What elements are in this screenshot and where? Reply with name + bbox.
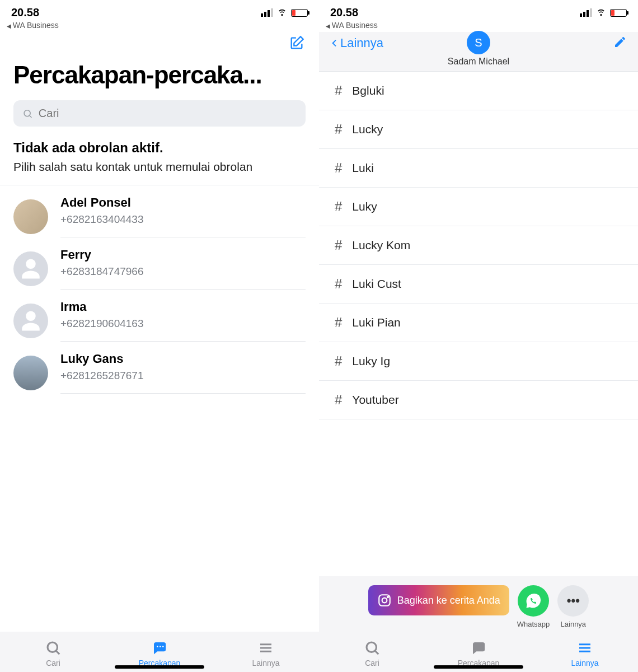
tag-row[interactable]: #Luki: [319, 149, 638, 188]
share-whatsapp-label: Whatsapp: [517, 620, 550, 628]
avatar: [13, 304, 48, 338]
bottom-nav: Cari Percakapan Lainnya: [319, 632, 638, 672]
nav-label: Cari: [365, 659, 379, 668]
tag-row[interactable]: #Luki Cust: [319, 265, 638, 304]
contact-row[interactable]: Adel Ponsel +6282163404433: [0, 185, 319, 237]
avatar: [13, 251, 48, 286]
tag-row[interactable]: #Youtuber: [319, 381, 638, 419]
more-icon: •••: [557, 585, 589, 617]
nav-item-cari[interactable]: Cari: [1, 640, 106, 668]
tag-label: Luki Pian: [352, 316, 400, 329]
svg-point-6: [382, 598, 387, 603]
back-button-label: Lainnya: [340, 36, 383, 50]
compose-icon[interactable]: [289, 35, 304, 53]
profile-avatar[interactable]: S: [467, 31, 490, 54]
hash-icon: #: [335, 237, 342, 253]
edit-button[interactable]: [613, 35, 627, 51]
nav-item-lainnya[interactable]: Lainnya: [213, 640, 318, 668]
header-actions: [0, 32, 319, 59]
share-instagram-label: Bagikan ke cerita Anda: [397, 595, 500, 606]
tag-label: Luky Ig: [352, 354, 390, 368]
hash-icon: #: [335, 160, 342, 176]
status-indicators: [261, 6, 308, 20]
tag-label: Youtuber: [352, 393, 398, 407]
status-bar: 20.58: [319, 0, 638, 21]
nav-item-percakapan[interactable]: Percakapan: [107, 640, 212, 668]
search-input[interactable]: [39, 107, 297, 120]
instagram-icon: [377, 593, 392, 608]
svg-point-8: [367, 642, 377, 652]
back-to-app[interactable]: WA Business: [0, 21, 319, 32]
nav-item-percakapan[interactable]: Percakapan: [426, 640, 531, 668]
tag-list: #Bgluki #Lucky #Luki #Luky #Lucky Kom #L…: [319, 72, 638, 419]
tag-row[interactable]: #Luky Ig: [319, 342, 638, 381]
status-time: 20.58: [11, 6, 39, 19]
pencil-icon: [613, 35, 627, 49]
contact-row[interactable]: Luky Gans +6281265287671: [0, 342, 319, 394]
share-whatsapp[interactable]: Whatsapp: [517, 585, 550, 628]
hash-icon: #: [335, 276, 342, 292]
contact-name: Irma: [60, 300, 306, 314]
home-indicator[interactable]: [115, 665, 204, 669]
back-button[interactable]: Lainnya: [330, 36, 383, 50]
battery-icon: [610, 9, 627, 17]
cellular-icon: [261, 8, 273, 17]
status-time: 20.58: [330, 6, 358, 19]
tag-row[interactable]: #Luky: [319, 188, 638, 226]
hash-icon: #: [335, 392, 342, 408]
tag-row[interactable]: #Lucky: [319, 110, 638, 149]
tag-label: Lucky: [352, 123, 383, 136]
nav-label: Lainnya: [571, 659, 598, 668]
back-to-app[interactable]: WA Business: [319, 21, 638, 32]
tag-label: Luki: [352, 161, 374, 175]
empty-state-subtitle: Pilih salah satu kontak untuk memulai ob…: [0, 159, 319, 185]
screen-conversations: 20.58 WA Business Percakapan-percaka... …: [0, 0, 319, 672]
nav-label: Cari: [46, 659, 60, 668]
tag-row[interactable]: #Lucky Kom: [319, 226, 638, 265]
search-icon: [22, 108, 33, 119]
contact-phone: +6281265287671: [60, 370, 306, 382]
svg-point-1: [48, 642, 58, 652]
svg-point-4: [162, 646, 164, 647]
screen-more: 20.58 WA Business Lainnya S Sadam Michae…: [319, 0, 638, 672]
profile-name: Sadam Michael: [319, 57, 638, 67]
tag-row[interactable]: #Luki Pian: [319, 304, 638, 342]
tag-label: Lucky Kom: [352, 239, 410, 252]
share-instagram-button[interactable]: Bagikan ke cerita Anda: [368, 585, 509, 615]
svg-point-0: [24, 110, 30, 116]
hash-icon: #: [335, 315, 342, 330]
search-icon: [45, 640, 62, 656]
share-bar: Bagikan ke cerita Anda Whatsapp ••• Lain…: [319, 576, 638, 632]
wifi-icon: [276, 6, 288, 20]
wifi-icon: [595, 6, 607, 20]
page-header: Lainnya S Sadam Michael: [319, 32, 638, 72]
chat-icon: [470, 640, 487, 656]
tag-label: Bgluki: [352, 84, 384, 97]
chat-icon: [151, 640, 168, 656]
avatar: [13, 199, 48, 234]
avatar: [13, 356, 48, 390]
hash-icon: #: [335, 122, 342, 137]
contact-phone: +6282190604163: [60, 318, 306, 330]
hash-icon: #: [335, 199, 342, 214]
contact-name: Luky Gans: [60, 352, 306, 366]
contact-phone: +6282163404433: [60, 213, 306, 226]
menu-icon: [576, 640, 593, 656]
home-indicator[interactable]: [434, 665, 523, 669]
search-box[interactable]: [13, 100, 306, 127]
chevron-left-icon: [330, 37, 339, 49]
share-more[interactable]: ••• Lainnya: [557, 585, 589, 628]
svg-point-2: [157, 646, 158, 647]
svg-point-7: [387, 596, 388, 598]
contact-row[interactable]: Ferry +6283184747966: [0, 237, 319, 290]
whatsapp-icon: [518, 585, 549, 617]
contact-name: Ferry: [60, 248, 306, 262]
nav-item-cari[interactable]: Cari: [320, 640, 425, 668]
nav-item-lainnya[interactable]: Lainnya: [532, 640, 637, 668]
tag-row[interactable]: #Bgluki: [319, 72, 638, 110]
share-more-label: Lainnya: [561, 620, 587, 628]
contact-row[interactable]: Irma +6282190604163: [0, 290, 319, 342]
hash-icon: #: [335, 353, 342, 369]
contact-name: Adel Ponsel: [60, 195, 306, 210]
cellular-icon: [580, 8, 592, 17]
